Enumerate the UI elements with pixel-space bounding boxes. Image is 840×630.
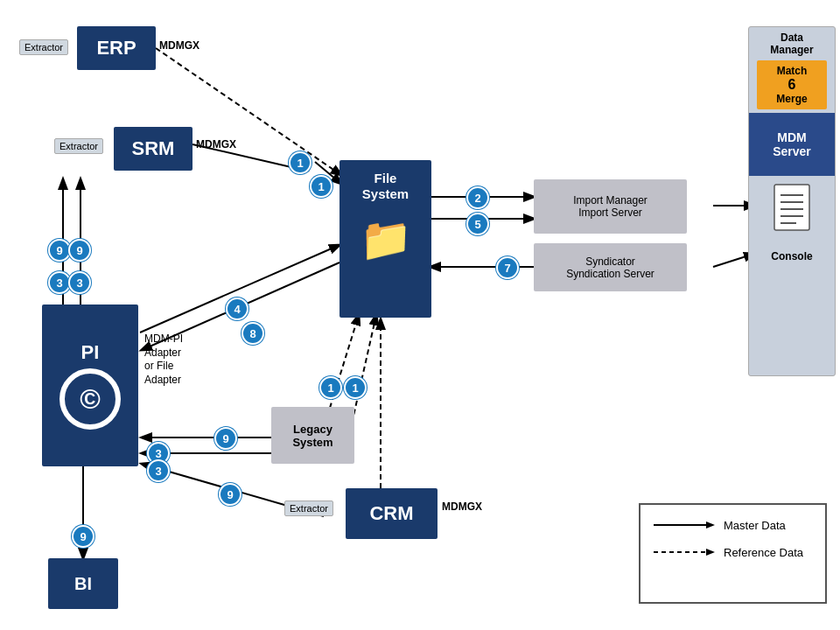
circle-5: 5 [466,213,489,235]
circle-1b: 1 [310,175,332,198]
circle-2: 2 [466,186,489,209]
pi-logo: © [60,368,121,430]
mdm-server-panel: DataManager Match6Merge MDMServer Consol… [748,26,836,376]
import-manager-box: Import ManagerImport Server [534,179,687,234]
legend-reference-data: Reference Data [654,545,812,559]
mdm-server-box: MDMServer [749,113,835,176]
circle-9b: 9 [68,239,91,262]
bi-box: BI [48,558,118,609]
legacy-system-box: LegacySystem [271,407,354,464]
mdmgx-erp-label: MDMGX [159,39,200,52]
circle-8: 8 [242,322,264,345]
file-system-box: FileSystem 📁 [340,160,431,318]
console-document [749,176,835,250]
match-merge-box: Match6Merge [757,60,827,109]
legend-master-data: Master Data [654,518,812,532]
circle-9e: 9 [219,483,242,506]
pi-box: PI © [42,304,138,466]
extractor-crm-label: Extractor [284,500,333,516]
svg-marker-30 [706,549,715,556]
circle-3d: 3 [147,459,170,482]
data-manager-label: DataManager [749,27,835,60]
extractor-srm-label: Extractor [54,138,103,154]
extractor-erp-label: Extractor [19,39,68,55]
syndicator-box: SyndicatorSyndication Server [534,243,687,291]
srm-box: SRM [114,127,192,171]
mdmgx-crm-label: MDMGX [442,500,482,513]
circle-9d: 9 [214,427,237,450]
circle-7: 7 [496,256,519,279]
mdm-pi-adapter-label: MDM-PIAdapteror FileAdapter [144,332,183,387]
folder-icon: 📁 [360,215,412,264]
circle-1d: 1 [344,376,367,399]
circle-3b: 3 [68,271,91,294]
legend-box: Master Data Reference Data [639,503,827,604]
mdmgx-srm-label: MDMGX [196,138,236,150]
diagram-container: ERP SRM PI © CRM BI FileSystem 📁 LegacyS… [0,0,840,630]
circle-4: 4 [226,298,248,320]
erp-box: ERP [77,26,156,70]
crm-box: CRM [346,488,438,539]
circle-1a: 1 [289,151,312,174]
circle-9c: 9 [72,525,94,548]
svg-marker-28 [706,522,715,528]
circle-1c: 1 [319,376,342,399]
console-label: Console [749,250,835,267]
